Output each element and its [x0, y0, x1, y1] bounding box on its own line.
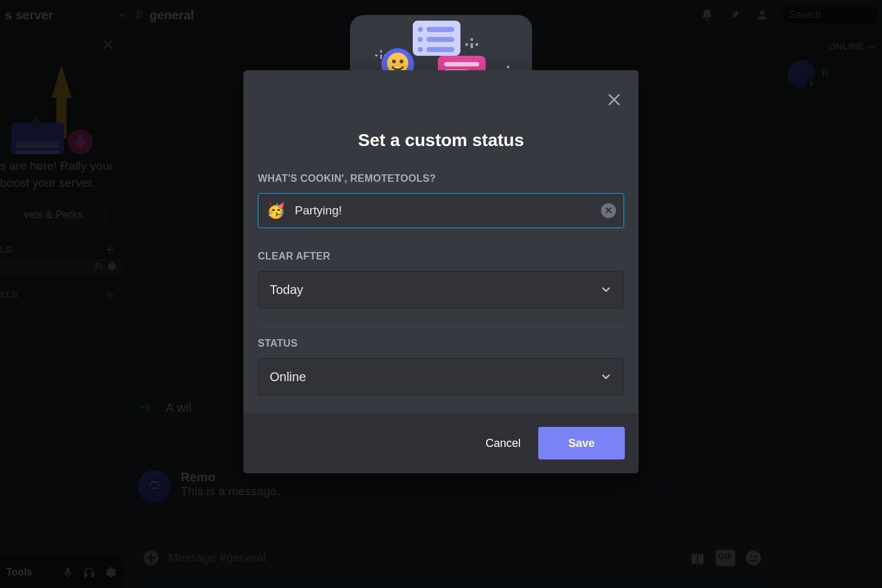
svg-point-22 [418, 37, 423, 42]
presence-status-value: Online [270, 370, 306, 384]
status-emoji-picker[interactable]: 🥳 [266, 201, 286, 221]
save-button[interactable]: Save [538, 427, 625, 459]
cancel-label: Cancel [486, 437, 521, 449]
svg-point-33 [400, 60, 403, 63]
modal-overlay: Set a custom status WHAT'S COOKIN', REMO… [0, 0, 882, 588]
svg-rect-23 [427, 37, 454, 42]
party-face-emoji: 🥳 [267, 202, 285, 219]
clear-after-label: CLEAR AFTER [258, 251, 624, 262]
custom-status-input-wrap: 🥳 ✕ [258, 193, 624, 228]
cancel-button[interactable]: Cancel [481, 431, 526, 456]
clear-after-value: Today [270, 283, 303, 297]
status-prompt-label: WHAT'S COOKIN', REMOTETOOLS? [258, 173, 624, 184]
divider [258, 326, 624, 327]
svg-point-24 [418, 47, 423, 52]
modal-footer: Cancel Save [243, 413, 639, 473]
close-icon[interactable] [606, 92, 622, 108]
svg-rect-28 [444, 62, 479, 66]
svg-point-20 [418, 27, 423, 32]
modal-title: Set a custom status [258, 130, 624, 150]
status-label: STATUS [258, 338, 624, 349]
svg-point-32 [392, 60, 396, 63]
chevron-down-icon [600, 283, 612, 296]
svg-rect-21 [427, 27, 454, 32]
custom-status-modal: Set a custom status WHAT'S COOKIN', REMO… [243, 70, 639, 473]
clear-after-select[interactable]: Today [258, 271, 624, 308]
save-label: Save [568, 437, 595, 449]
svg-rect-25 [427, 47, 454, 52]
chevron-down-icon [600, 370, 612, 383]
custom-status-input[interactable] [295, 204, 592, 218]
presence-status-select[interactable]: Online [258, 358, 624, 396]
clear-status-icon[interactable]: ✕ [601, 203, 616, 218]
